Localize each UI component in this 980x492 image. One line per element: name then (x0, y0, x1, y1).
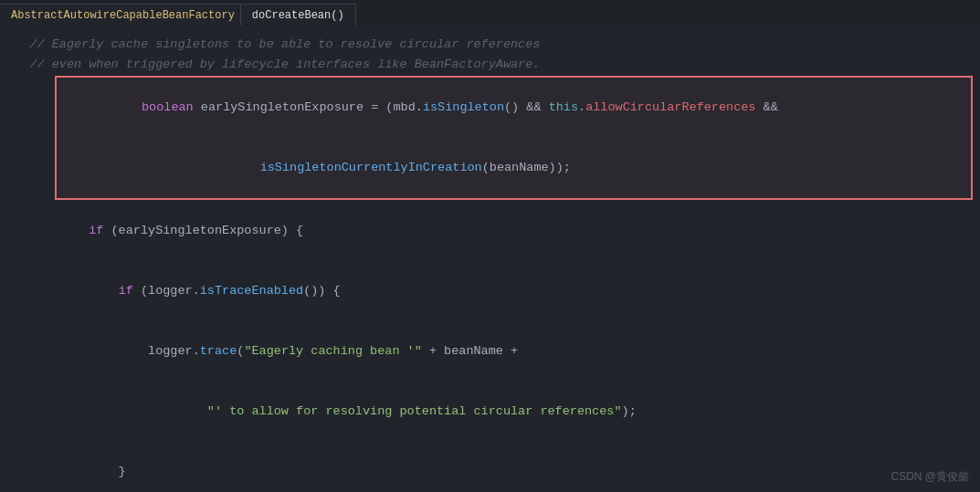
code-line: logger.trace("Eagerly caching bean '" + … (0, 321, 980, 382)
tab-class[interactable]: AbstractAutowireCapableBeanFactory (0, 4, 240, 26)
tab-method[interactable]: doCreateBean() (240, 4, 356, 26)
tab-class-label: AbstractAutowireCapableBeanFactory (11, 9, 235, 22)
code-line: } (0, 442, 980, 492)
code-line: // Eagerly cache singletons to be able t… (0, 35, 980, 55)
code-line: if (logger.isTraceEnabled()) { (0, 261, 980, 321)
code-line: boolean earlySingletonExposure = (mbd.is… (60, 78, 967, 138)
editor-container: AbstractAutowireCapableBeanFactory doCre… (0, 0, 980, 492)
code-line: isSingletonCurrentlyInCreation(beanName)… (60, 138, 967, 198)
watermark: CSDN @黄俊懿 (890, 469, 969, 485)
code-line: if (earlySingletonExposure) { (0, 201, 980, 261)
code-line: // even when triggered by lifecycle inte… (0, 55, 980, 75)
highlighted-block-1: boolean earlySingletonExposure = (mbd.is… (55, 76, 973, 200)
code-area: // Eagerly cache singletons to be able t… (0, 26, 980, 492)
code-line: "' to allow for resolving potential circ… (0, 382, 980, 442)
tab-bar: AbstractAutowireCapableBeanFactory doCre… (0, 0, 980, 26)
tab-method-label: doCreateBean() (252, 9, 344, 22)
